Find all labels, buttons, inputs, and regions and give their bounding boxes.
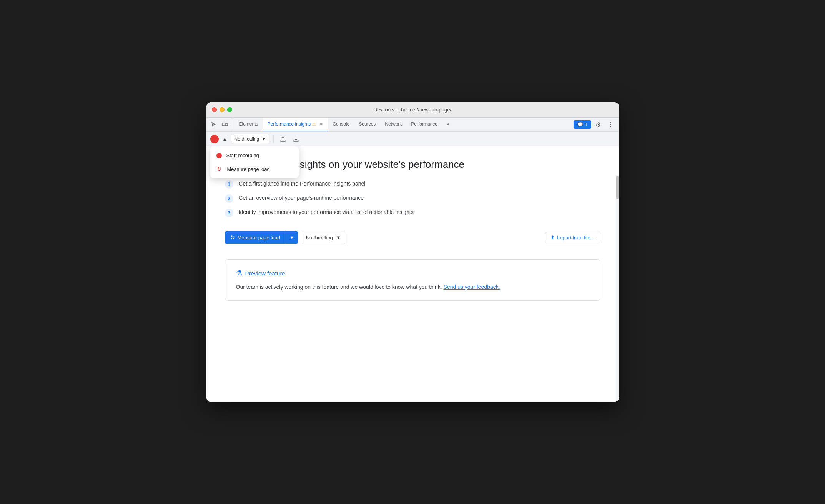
tab-performance[interactable]: Performance xyxy=(406,118,442,131)
action-row: ↻ Measure page load ▼ No throttling ▼ ⬆ … xyxy=(225,231,600,244)
svg-rect-1 xyxy=(226,124,228,126)
tab-console[interactable]: Console xyxy=(328,118,354,131)
chevron-down-icon: ▼ xyxy=(336,235,341,240)
gear-icon: ⚙ xyxy=(595,121,601,128)
dropdown-measure-page-load[interactable]: ↻ Measure page load xyxy=(210,162,299,176)
titlebar: DevTools - chrome://new-tab-page/ xyxy=(206,102,619,118)
tab-list: Elements Performance insights ⚠ ✕ Consol… xyxy=(235,118,571,131)
tab-elements[interactable]: Elements xyxy=(235,118,263,131)
step-item: 1 Get a first glance into the Performanc… xyxy=(225,180,600,189)
chevron-down-icon: ▼ xyxy=(261,136,266,142)
preview-body: Our team is actively working on this fea… xyxy=(236,283,589,291)
record-button[interactable] xyxy=(210,135,219,143)
step-number: 1 xyxy=(225,180,233,189)
main-content: Get actionable insights on your website'… xyxy=(206,146,619,402)
device-toggle-icon[interactable] xyxy=(220,119,230,130)
settings-button[interactable]: ⚙ xyxy=(593,119,604,130)
step-item: 3 Identify improvements to your performa… xyxy=(225,208,600,217)
maximize-button[interactable] xyxy=(227,107,232,112)
tab-close-button[interactable]: ✕ xyxy=(318,121,323,127)
window-title: DevTools - chrome://new-tab-page/ xyxy=(374,107,451,113)
devtools-panel: Elements Performance insights ⚠ ✕ Consol… xyxy=(206,118,619,402)
toolbar: ▲ No throttling ▼ xyxy=(206,132,619,146)
tab-performance-insights[interactable]: Performance insights ⚠ ✕ xyxy=(263,118,328,131)
tab-more[interactable]: » xyxy=(442,118,454,131)
preview-title: Preview feature xyxy=(245,270,285,277)
toolbar-divider xyxy=(273,135,274,143)
close-button[interactable] xyxy=(212,107,217,112)
warning-icon: ⚠ xyxy=(312,122,316,127)
measure-page-load-button[interactable]: ↻ Measure page load xyxy=(225,231,286,244)
import-from-file-button[interactable]: ⬆ Import from file... xyxy=(545,232,600,243)
feedback-link[interactable]: Send us your feedback. xyxy=(444,284,500,290)
measure-dropdown-button[interactable]: ▼ xyxy=(286,231,298,244)
tab-bar-icons xyxy=(208,118,233,131)
reload-icon: ↻ xyxy=(216,166,223,172)
step-number: 3 xyxy=(225,209,233,217)
flask-icon: ⚗ xyxy=(236,269,242,277)
step-item: 2 Get an overview of your page's runtime… xyxy=(225,194,600,203)
tab-bar: Elements Performance insights ⚠ ✕ Consol… xyxy=(206,118,619,132)
throttle-selector[interactable]: No throttling ▼ xyxy=(231,134,270,144)
tab-sources[interactable]: Sources xyxy=(354,118,380,131)
chat-icon: 💬 xyxy=(577,122,583,127)
download-button[interactable] xyxy=(291,135,301,143)
tab-bar-right: 💬 3 ⚙ ⋮ xyxy=(571,118,619,131)
more-button[interactable]: ⋮ xyxy=(605,119,616,130)
svg-rect-0 xyxy=(222,123,226,126)
scrollbar[interactable] xyxy=(616,175,619,402)
devtools-window: DevTools - chrome://new-tab-page/ xyxy=(206,102,619,402)
ellipsis-icon: ⋮ xyxy=(607,121,614,128)
dropdown-start-recording[interactable]: Start recording xyxy=(210,149,299,162)
scrollbar-thumb[interactable] xyxy=(616,176,619,199)
throttle-main-selector[interactable]: No throttling ▼ xyxy=(302,231,345,244)
upload-button[interactable] xyxy=(278,135,288,143)
steps-list: 1 Get a first glance into the Performanc… xyxy=(225,180,600,217)
upload-icon: ⬆ xyxy=(551,235,555,240)
traffic-lights xyxy=(212,107,232,112)
preview-feature-box: ⚗ Preview feature Our team is actively w… xyxy=(225,259,600,301)
measure-button-group: ↻ Measure page load ▼ xyxy=(225,231,298,244)
minimize-button[interactable] xyxy=(220,107,225,112)
preview-header: ⚗ Preview feature xyxy=(236,269,589,277)
reload-icon: ↻ xyxy=(230,234,235,240)
record-caret-button[interactable]: ▲ xyxy=(221,134,229,144)
chat-button[interactable]: 💬 3 xyxy=(574,120,591,129)
record-dot-icon xyxy=(216,153,222,158)
dropdown-menu: Start recording ↻ Measure page load xyxy=(210,146,299,178)
step-number: 2 xyxy=(225,194,233,203)
cursor-icon[interactable] xyxy=(208,119,219,130)
tab-network[interactable]: Network xyxy=(380,118,406,131)
